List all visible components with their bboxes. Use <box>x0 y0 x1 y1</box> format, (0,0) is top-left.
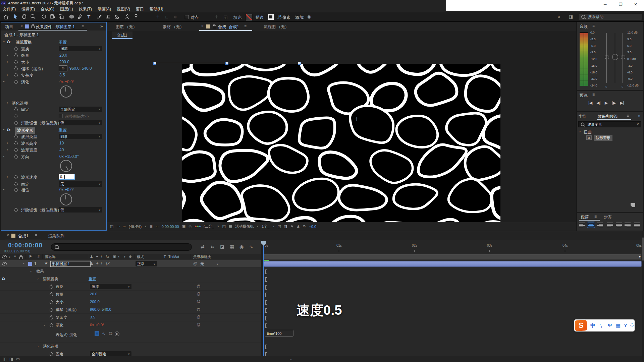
align-checkbox[interactable] <box>185 15 189 19</box>
value[interactable]: 200.0 <box>59 60 69 64</box>
value[interactable]: 20.0 <box>59 53 67 58</box>
value[interactable]: 20.0 <box>90 292 97 296</box>
effects-search-value[interactable]: 波形变形 <box>587 122 602 127</box>
last-frame-button[interactable]: ▶| <box>620 101 624 105</box>
zoom-tool-icon[interactable] <box>30 14 36 19</box>
group-row[interactable]: › 效果 <box>0 267 261 275</box>
tab-comp-timeline[interactable]: 合成1 <box>18 233 29 239</box>
selection-handle[interactable] <box>153 62 156 65</box>
align-right-button[interactable] <box>596 222 604 228</box>
camera-tool-icon[interactable] <box>50 14 55 19</box>
magnification-dropdown[interactable]: (49.4%) <box>129 225 142 229</box>
hand-tool-icon[interactable] <box>21 14 27 19</box>
stopwatch-icon[interactable] <box>14 155 18 159</box>
justify-last-left-button[interactable] <box>606 222 614 228</box>
ime-punct-icon[interactable]: ’, <box>599 322 602 328</box>
phase-dial[interactable] <box>60 193 72 205</box>
camera-view-dropdown[interactable]: 活动摄像机 <box>235 224 254 229</box>
zoom-slider-icon[interactable]: ↔ <box>289 357 293 361</box>
reset-link[interactable]: 重置 <box>59 127 67 133</box>
stopwatch-icon[interactable] <box>14 121 18 125</box>
pickwhip-icon[interactable]: @ <box>197 323 201 327</box>
pen-tool-icon[interactable] <box>77 14 83 19</box>
toolbar-overflow-icon[interactable]: » <box>557 14 560 19</box>
offset-crosshair-icon[interactable]: ⊕ <box>59 65 67 71</box>
shy-switch-icon[interactable]: ♟ <box>90 261 94 265</box>
quality-switch-icon[interactable]: \ <box>101 261 102 265</box>
displacement-dropdown[interactable]: 湍流∨ <box>59 46 102 51</box>
justify-last-right-button[interactable] <box>624 222 631 228</box>
stopwatch-icon[interactable] <box>14 108 18 111</box>
stopwatch-icon[interactable] <box>14 188 18 192</box>
effect-header-row[interactable]: › fx 波形变形 重置 <box>1 126 106 133</box>
layer-row[interactable]: › 1 ★ 形状图层 1 ♟ ✦ \ ƒx 正常∨ @ 无∨ <box>0 260 261 267</box>
stroke-swatch[interactable] <box>268 14 274 20</box>
ime-toolbox-icon[interactable]: ⁘ <box>630 322 634 328</box>
tab-overflow-icon[interactable]: » <box>638 113 641 118</box>
timeline-icon[interactable]: ≋ <box>290 225 293 228</box>
panel-corner-icon[interactable] <box>631 203 635 207</box>
fader-knob[interactable] <box>612 54 618 60</box>
viewer-canvas[interactable] <box>107 39 576 222</box>
close-tab-icon[interactable]: × <box>201 24 204 28</box>
menu-view[interactable]: 视图(V) <box>117 6 130 12</box>
panel-menu-icon[interactable]: ≡ <box>82 24 84 28</box>
stroke-label[interactable]: 描边 <box>256 15 264 20</box>
stroke-width-value[interactable]: 15 <box>277 15 281 19</box>
menu-edit[interactable]: 编辑(E) <box>21 6 35 12</box>
collapse-switch-icon[interactable]: ✦ <box>96 261 99 265</box>
mask-visibility-icon[interactable]: ▱ <box>156 224 158 229</box>
pixel-aspect-icon[interactable]: ◳ <box>277 225 281 228</box>
value[interactable]: 0x +0.0° <box>90 323 104 327</box>
stopwatch-icon[interactable] <box>50 353 53 356</box>
ime-logo[interactable]: S <box>575 320 587 331</box>
tab-flowchart[interactable]: 流程图 （无） <box>264 24 289 30</box>
eraser-tool-icon[interactable] <box>114 14 120 19</box>
expression-arrow-icon[interactable]: ▶ <box>115 331 119 336</box>
stopwatch-icon[interactable] <box>14 67 18 70</box>
next-frame-button[interactable]: |▶ <box>612 101 616 105</box>
evolution-dial[interactable] <box>60 85 72 98</box>
tab-layer-viewer[interactable]: 图层 （无） <box>116 24 137 30</box>
stopwatch-icon[interactable] <box>14 54 18 57</box>
blend-mode-dropdown[interactable]: 正常∨ <box>136 261 157 266</box>
motion-blur-icon[interactable]: ◉ <box>239 244 244 249</box>
orbit-tool-icon[interactable] <box>41 14 47 19</box>
prev-frame-button[interactable]: ◀| <box>596 101 600 105</box>
fader-knob[interactable] <box>605 55 609 59</box>
layer-twirl-icon[interactable]: › <box>22 262 26 265</box>
effects-search-box[interactable]: 波形变形 × <box>578 121 641 127</box>
expression-enable-icon[interactable]: = <box>95 331 99 336</box>
frame-blend-icon[interactable]: ▦ <box>230 244 234 249</box>
stopwatch-icon[interactable] <box>50 285 53 289</box>
menu-help[interactable]: 帮助(H) <box>150 6 163 12</box>
lock-icon[interactable] <box>213 25 216 28</box>
layer-label-chip[interactable] <box>28 262 32 266</box>
trkmat-column[interactable]: TrkMat <box>168 255 179 259</box>
shape-tool-icon[interactable] <box>69 14 74 19</box>
work-area-end-icon[interactable]: ▼ <box>638 255 641 258</box>
graph-editor-icon[interactable]: ∿ <box>249 244 253 249</box>
effects-switch-icon[interactable]: ƒx <box>105 261 110 265</box>
expression-field[interactable]: time*100 <box>265 330 293 337</box>
menu-animation[interactable]: 动画(A) <box>98 6 111 12</box>
tab-render-queue[interactable]: 渲染队列 <box>48 233 64 239</box>
wave-speed-input[interactable]: 0. <box>59 174 75 180</box>
effect-row[interactable]: fx › 湍流置换 重置 <box>0 275 261 283</box>
pinning-dropdown[interactable]: 全部固定∨ <box>59 107 102 112</box>
close-tab-icon[interactable]: × <box>20 24 23 28</box>
stopwatch-icon[interactable] <box>14 74 18 77</box>
help-search-box[interactable]: 搜索帮助 <box>578 13 642 20</box>
brush-tool-icon[interactable] <box>97 14 102 19</box>
expression-graph-icon[interactable]: ∿ <box>102 331 106 336</box>
effect-list-item[interactable]: 16 波形变形 <box>577 135 643 141</box>
tab-effects-presets[interactable]: 效果和预设 <box>598 114 618 119</box>
region-of-interest-icon[interactable]: ◱ <box>222 225 225 228</box>
align-center-button[interactable] <box>587 222 595 228</box>
group-row[interactable]: › 演化选项 <box>0 343 261 350</box>
clone-stamp-tool-icon[interactable] <box>105 14 111 19</box>
fill-label[interactable]: 填充 <box>233 15 241 20</box>
stopwatch-icon[interactable] <box>14 148 18 152</box>
layer-duration-bar[interactable] <box>264 261 642 267</box>
always-preview-icon[interactable]: ◫ <box>110 225 113 228</box>
